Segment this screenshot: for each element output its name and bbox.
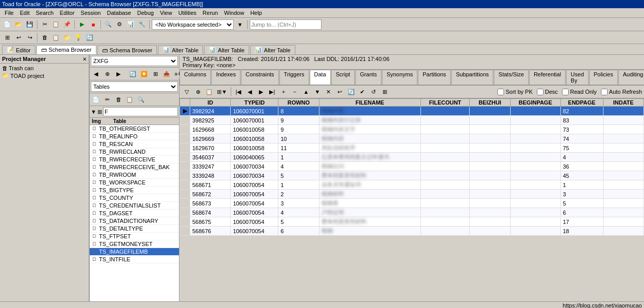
table-cell[interactable]: 9: [278, 116, 319, 125]
table-cell-filename[interactable]: 费单档置查明材料: [319, 217, 420, 227]
table-cell[interactable]: [510, 107, 560, 116]
table-cell[interactable]: 1060070054: [231, 208, 278, 217]
desc-label[interactable]: Desc: [537, 89, 558, 95]
list-item[interactable]: 🗋 TB_REALINFO: [90, 133, 179, 140]
data-nav-prev[interactable]: ◀: [245, 87, 255, 97]
list-search-btn[interactable]: 🔍: [136, 94, 146, 105]
table-cell-filename[interactable]: 模糊: [319, 227, 420, 236]
table-cell[interactable]: 18: [560, 227, 603, 236]
table-cell[interactable]: 1060070054: [231, 217, 278, 227]
tab-constraints[interactable]: Constraints: [241, 70, 279, 85]
menu-edit[interactable]: Edit: [17, 9, 32, 16]
table-cell[interactable]: 568673: [190, 199, 231, 208]
tree-item-toad-project[interactable]: 📁 TOAD project: [1, 72, 88, 79]
data-filter-btn[interactable]: ▽: [182, 87, 192, 97]
table-cell[interactable]: 1060070034: [231, 162, 278, 171]
table-cell[interactable]: [470, 171, 510, 180]
auto-refresh-label[interactable]: Auto Refresh: [601, 89, 642, 95]
tb2-btn8[interactable]: 🔄: [85, 32, 95, 43]
tab-schema-browser-2[interactable]: 🗃 Schema Browser: [97, 45, 157, 54]
tab-editor[interactable]: 📝 Editor: [2, 45, 35, 54]
list-columns-btn[interactable]: ⊞: [150, 69, 160, 79]
tab-partitions[interactable]: Partitions: [418, 70, 451, 85]
tab-indexes[interactable]: Indexes: [211, 70, 240, 85]
table-cell[interactable]: 1060070054: [231, 227, 278, 236]
table-cell[interactable]: [421, 190, 470, 199]
list-item[interactable]: 🗋 TS_FTPSET: [90, 233, 179, 240]
list-item[interactable]: 🗋 TS_BIGTYPE: [90, 187, 179, 194]
table-cell[interactable]: 36: [560, 162, 603, 171]
list-item[interactable]: 🗋 TB_RESCAN: [90, 140, 179, 148]
tab-synonyms[interactable]: Synonyms: [382, 70, 417, 85]
list-nav-btn3[interactable]: ▶: [113, 69, 124, 79]
tab-auditing[interactable]: Auditing: [618, 70, 644, 85]
tab-grants[interactable]: Grants: [355, 70, 381, 85]
run-btn[interactable]: ▶: [77, 19, 87, 30]
list-item[interactable]: 🗋 TB_RWROOM: [90, 171, 179, 179]
table-cell-filename[interactable]: 模糊材料: [319, 190, 420, 199]
menu-search[interactable]: Search: [33, 9, 56, 16]
table-cell[interactable]: 1060010058: [231, 134, 278, 143]
tb-btn2[interactable]: ⚙: [114, 19, 125, 30]
list-new-btn[interactable]: 📄: [91, 94, 101, 105]
list-item[interactable]: 🗋 TS_CREDENTIALSLIST: [90, 202, 179, 210]
desc-checkbox[interactable]: [537, 89, 544, 95]
tab-referential[interactable]: Referential: [529, 70, 566, 85]
table-cell[interactable]: 1629668: [190, 125, 231, 134]
data-btn1[interactable]: ⊕: [193, 87, 203, 97]
table-cell[interactable]: 5: [278, 171, 319, 180]
ws-btn[interactable]: ▼: [235, 19, 245, 30]
sort-by-pk-label[interactable]: Sort by PK: [497, 89, 533, 95]
table-cell-filename[interactable]: 业务员等通知书: [319, 180, 420, 190]
table-cell[interactable]: [470, 190, 510, 199]
table-cell[interactable]: [421, 153, 470, 162]
table-cell[interactable]: [603, 208, 643, 217]
list-nav-btn1[interactable]: ◀: [91, 69, 101, 79]
table-cell[interactable]: [603, 217, 643, 227]
table-cell[interactable]: [510, 143, 560, 153]
table-cell[interactable]: 1060070054: [231, 190, 278, 199]
jump-to-input[interactable]: [250, 19, 321, 30]
data-up-btn[interactable]: ▲: [301, 87, 311, 97]
table-cell[interactable]: 1060070054: [231, 199, 278, 208]
menu-file[interactable]: File: [2, 9, 16, 16]
table-cell[interactable]: 8: [278, 107, 319, 116]
data-options-btn[interactable]: ⊞: [380, 87, 390, 97]
tab-policies[interactable]: Policies: [589, 70, 618, 85]
tb-btn4[interactable]: 🔧: [137, 19, 147, 30]
list-item[interactable]: 🗋 TS_DATADICTIONARY: [90, 217, 179, 225]
table-cell[interactable]: 1060070001: [231, 116, 278, 125]
object-type-combo[interactable]: Tables: [91, 81, 178, 92]
table-cell[interactable]: 10: [278, 134, 319, 143]
copy-btn[interactable]: 📋: [51, 19, 61, 30]
table-cell[interactable]: [421, 208, 470, 217]
table-cell[interactable]: [603, 227, 643, 236]
table-cell-filename[interactable]: 房款流程程序: [319, 143, 420, 153]
table-cell[interactable]: 1060010058: [231, 143, 278, 153]
table-cell[interactable]: 3546037: [190, 153, 231, 162]
table-cell[interactable]: [603, 143, 643, 153]
table-cell[interactable]: [510, 153, 560, 162]
table-cell[interactable]: [470, 199, 510, 208]
table-cell[interactable]: [603, 162, 643, 171]
stop-btn[interactable]: ■: [88, 19, 98, 30]
menu-window[interactable]: Window: [222, 9, 247, 16]
list-item[interactable]: 🗋 TB_WORKSPACE: [90, 179, 179, 187]
table-cell[interactable]: 568676: [190, 227, 231, 236]
table-cell[interactable]: 17: [560, 217, 603, 227]
table-cell-filename[interactable]: 模糊内容: [319, 107, 420, 116]
table-cell[interactable]: 6: [560, 208, 603, 217]
data-nav-last[interactable]: ▶|: [267, 87, 277, 97]
cut-btn[interactable]: ✂: [39, 19, 50, 30]
tab-alter-table-2[interactable]: 📊 Alter Table: [204, 45, 249, 54]
data-delete-btn[interactable]: −: [290, 87, 300, 97]
table-cell[interactable]: [470, 107, 510, 116]
list-item[interactable]: 🗋 TB_RWRECRECEIVE: [90, 156, 179, 163]
table-cell[interactable]: 1: [278, 153, 319, 162]
tab-columns[interactable]: Columns: [179, 70, 211, 85]
table-cell-filename[interactable]: 户档证明: [319, 208, 420, 217]
table-cell[interactable]: 1060010058: [231, 125, 278, 134]
new-btn[interactable]: 📄: [2, 19, 12, 30]
table-cell[interactable]: 1060070054: [231, 180, 278, 190]
table-cell[interactable]: [421, 162, 470, 171]
